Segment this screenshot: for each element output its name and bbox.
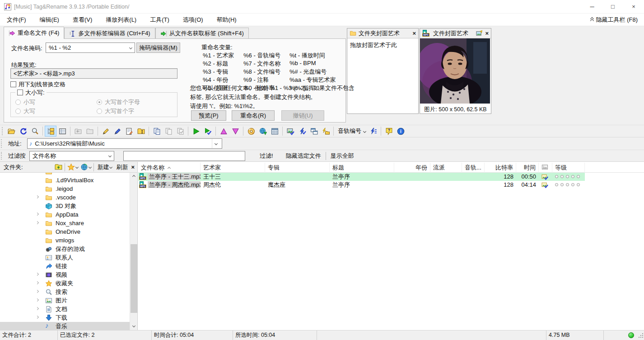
preview-button[interactable]: 预览(P) xyxy=(191,110,226,121)
move-down-button[interactable] xyxy=(229,126,241,137)
filterbar-grip[interactable] xyxy=(1,152,3,160)
expand-arrow-icon[interactable] xyxy=(36,316,39,319)
column-header-album[interactable]: 专辑 xyxy=(265,163,330,173)
mask-editor-button[interactable]: 掩码编辑器(M) xyxy=(136,42,180,53)
addressbar-grip[interactable] xyxy=(1,139,3,148)
radio-capitalize-words[interactable]: 大写首个字母 xyxy=(97,98,140,106)
filter-field-select[interactable]: 文件名称 xyxy=(29,151,114,161)
radio-lowercase[interactable]: 小写 xyxy=(15,98,35,106)
help-button[interactable]: ? xyxy=(383,126,395,137)
copy-tag-button[interactable] xyxy=(151,126,163,137)
tree-item-.Ld9VirtualBox[interactable]: .Ld9VirtualBox xyxy=(0,176,130,184)
parent-folder-button[interactable] xyxy=(84,126,96,137)
radio-uppercase[interactable]: 大写 xyxy=(15,107,35,115)
paste-special-button[interactable] xyxy=(174,126,186,137)
details-view-button[interactable] xyxy=(56,126,68,137)
address-combobox[interactable]: ♪ C:\Users\32R编辑部\Music xyxy=(27,138,222,149)
tree-item-OneDrive[interactable]: OneDrive xyxy=(0,227,130,236)
undo-rename-button[interactable] xyxy=(72,126,84,137)
expand-arrow-icon[interactable] xyxy=(36,212,39,216)
quick-folder-button[interactable] xyxy=(320,126,331,137)
column-header-title[interactable]: 标题 xyxy=(330,163,394,173)
expand-arrow-icon[interactable] xyxy=(36,298,39,302)
toolbar-grip[interactable] xyxy=(2,127,4,135)
column-header-cover[interactable] xyxy=(539,163,552,173)
scroll-up-button[interactable] xyxy=(130,173,138,180)
rating-dots[interactable] xyxy=(555,183,580,186)
tree-item-.leigod[interactable]: .leigod xyxy=(0,184,130,193)
web-folders-dropdown-button[interactable] xyxy=(80,163,91,171)
expand-arrow-icon[interactable] xyxy=(36,195,39,198)
cover-art-check-button[interactable] xyxy=(285,126,296,137)
tree-item-.vscode[interactable]: .vscode xyxy=(0,193,130,202)
tree-item-联系人[interactable]: 联系人 xyxy=(0,253,130,262)
case-group-checkbox[interactable]: 大小写: xyxy=(15,89,47,97)
tab-rename-files[interactable]: 重命名文件 (F4) xyxy=(4,27,64,39)
filter-input[interactable] xyxy=(123,151,245,161)
column-header-time[interactable]: 时间 xyxy=(516,163,539,173)
tree-item-链接[interactable]: 链接 xyxy=(0,262,130,270)
menu-item-3[interactable]: 播放列表(L) xyxy=(99,16,143,23)
column-header-genre[interactable]: 流派 xyxy=(430,163,462,173)
tree-item-文档[interactable]: 文档 xyxy=(0,305,130,313)
tree-item-收藏夹[interactable]: 收藏夹 xyxy=(0,279,130,288)
address-dropdown-button[interactable] xyxy=(212,139,220,148)
track-number-button[interactable]: 音轨编号 xyxy=(336,126,367,137)
tree-item-视频[interactable]: 视频 xyxy=(0,270,130,279)
show-all-button[interactable]: 显示全部 xyxy=(326,151,359,161)
underscore-checkbox[interactable]: 用下划线替换空格 xyxy=(10,80,65,89)
rename-folder-button[interactable] xyxy=(135,126,147,137)
expand-arrow-icon[interactable] xyxy=(36,273,39,276)
maximize-button[interactable]: □ xyxy=(602,0,623,14)
column-header-year[interactable]: 年份 xyxy=(394,163,430,173)
menu-item-0[interactable]: 文件(F) xyxy=(0,16,33,23)
paste-tag-button[interactable] xyxy=(163,126,174,137)
column-header-rating[interactable]: 等级 xyxy=(552,163,585,173)
menu-item-5[interactable]: 选项(O) xyxy=(176,16,210,23)
edit-tags-button[interactable] xyxy=(112,126,123,137)
folder-tree-toggle[interactable] xyxy=(45,126,56,137)
filter-apply-button[interactable]: 过滤! xyxy=(255,151,278,161)
new-folder-button[interactable]: 新建 xyxy=(96,162,113,172)
open-folder-button[interactable] xyxy=(5,126,17,137)
freedb-button[interactable] xyxy=(245,126,257,137)
expand-arrow-icon[interactable] xyxy=(36,281,39,284)
export-image-icon[interactable] xyxy=(476,30,483,37)
scroll-down-button[interactable] xyxy=(130,322,138,330)
tab-multi-file-editor[interactable]: 多文件标签编辑器 (Ctrl+F4) xyxy=(64,28,155,39)
copy-tags-windows-button[interactable] xyxy=(308,126,320,137)
menu-item-1[interactable]: 编辑(E) xyxy=(33,16,66,23)
auto-number-button[interactable] xyxy=(367,126,379,137)
tree-item-clipped[interactable] xyxy=(0,173,130,176)
expand-arrow-icon[interactable] xyxy=(36,221,39,224)
filename-mask-combobox[interactable]: %1 - %2 xyxy=(46,42,135,53)
close-folder-pane-button[interactable]: × xyxy=(131,164,135,170)
column-header-bitrate[interactable]: 比特率 xyxy=(485,163,516,173)
menu-item-6[interactable]: 帮助(H) xyxy=(210,16,243,23)
tree-item-下载[interactable]: 下载 xyxy=(0,313,130,322)
tree-item-3D 对象[interactable]: 3D 对象 xyxy=(0,202,130,210)
close-icon[interactable]: × xyxy=(412,30,416,37)
refresh-tree-button[interactable]: 刷新 xyxy=(115,162,129,172)
quick-tag-button[interactable] xyxy=(296,126,308,137)
tree-item-保存的游戏[interactable]: 保存的游戏 xyxy=(0,245,130,253)
tree-item-搜索[interactable]: 搜索 xyxy=(0,288,130,296)
play-button[interactable] xyxy=(190,126,202,137)
column-header-track[interactable]: 音轨... xyxy=(462,163,485,173)
tree-item-vmlogs[interactable]: vmlogs xyxy=(0,236,130,245)
column-header-name[interactable]: 文件名称 xyxy=(138,163,201,173)
close-button[interactable]: × xyxy=(623,0,644,14)
tree-item-AppData[interactable]: AppData xyxy=(0,210,130,219)
search-button[interactable] xyxy=(29,126,41,137)
hide-toolbar-button[interactable]: 隐藏工具栏 (F8) xyxy=(591,16,644,24)
tree-item-Nox_share[interactable]: Nox_share xyxy=(0,219,130,227)
menu-item-4[interactable]: 工具(T) xyxy=(143,16,176,23)
expand-arrow-icon[interactable] xyxy=(36,307,39,310)
edit-file-info-button[interactable] xyxy=(123,126,135,137)
web-import-button[interactable] xyxy=(257,126,269,137)
menu-item-2[interactable]: 查看(V) xyxy=(66,16,99,23)
close-icon[interactable]: × xyxy=(485,30,489,37)
up-folder-button[interactable] xyxy=(55,163,62,171)
playlist-button[interactable] xyxy=(269,126,280,137)
file-row-0[interactable]: ▶MP3兰亭序 - 王十三.mp3王十三兰亭序12800:50 xyxy=(138,173,585,181)
